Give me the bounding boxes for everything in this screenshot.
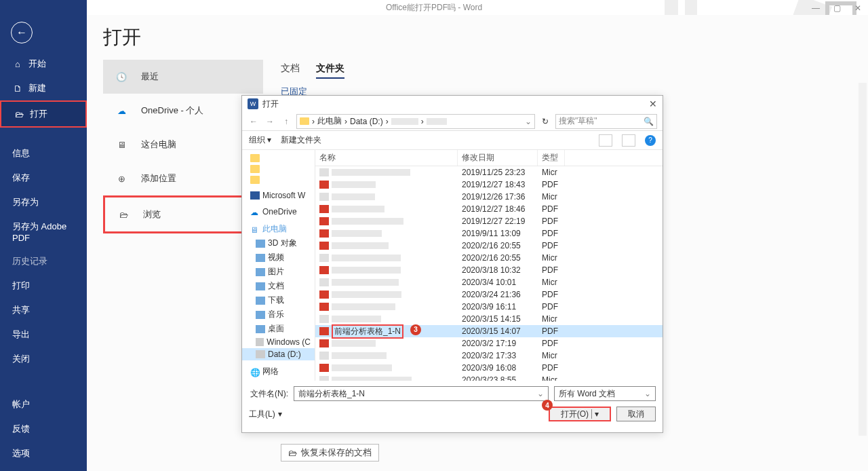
file-row[interactable]: 2020/3/24 21:36PDF	[315, 288, 663, 301]
folder-tree[interactable]: Microsoft W ☁OneDrive 🖥此电脑 3D 对象 视频 图片 文…	[242, 150, 315, 381]
file-row[interactable]: 2020/3/2 17:33Micr	[315, 350, 663, 362]
new-icon: 🗋	[12, 83, 23, 94]
doc-icon	[319, 278, 329, 286]
sidebar-open[interactable]: 🗁打开 1	[0, 100, 87, 128]
plus-icon: ⊕	[113, 170, 130, 187]
tabs: 文档 文件夹	[281, 60, 860, 79]
place-add[interactable]: ⊕添加位置	[103, 162, 263, 195]
cancel-button[interactable]: 取消	[616, 407, 656, 421]
file-row[interactable]: 2020/2/16 20:55Micr	[315, 252, 663, 264]
sidebar-export[interactable]: 导出	[0, 322, 87, 347]
dialog-footer: 文件名(N): 前端分析表格_1-N⌄ 所有 Word 文档⌄ 工具(L)▾ 4…	[242, 381, 663, 427]
file-row[interactable]: 2019/9/11 13:09PDF	[315, 227, 663, 240]
breadcrumb[interactable]: ›此电脑 ›Data (D:) › › ⌄	[296, 114, 535, 129]
place-onedrive[interactable]: ☁OneDrive - 个人	[103, 94, 263, 128]
close-icon[interactable]: ✕	[854, 3, 861, 13]
sidebar-history[interactable]: 历史记录	[0, 249, 87, 274]
dialog-close-button[interactable]: ✕	[649, 98, 657, 109]
tab-folders[interactable]: 文件夹	[316, 60, 344, 79]
new-folder-button[interactable]: 新建文件夹	[281, 134, 321, 146]
recover-button[interactable]: 🗁恢复未保存的文档	[281, 444, 379, 461]
nav-forward-icon[interactable]: →	[264, 117, 276, 126]
search-icon: 🔍	[644, 117, 654, 126]
home-icon: ⌂	[12, 58, 23, 69]
title-bar: Office能打开PDF吗 - Word — ▢ ✕	[0, 0, 868, 15]
file-row[interactable]: 2019/12/27 18:46PDF	[315, 203, 663, 215]
file-filter-combo[interactable]: 所有 Word 文档⌄	[554, 386, 656, 401]
file-list-header[interactable]: 名称 修改日期 类型	[315, 150, 663, 166]
sidebar-account[interactable]: 帐户	[0, 392, 87, 417]
sidebar-save-as[interactable]: 另存为	[0, 190, 87, 214]
sidebar-info[interactable]: 信息	[0, 141, 87, 166]
file-row[interactable]: 2020/3/23 8:55Micr	[315, 374, 663, 381]
file-row[interactable]: 2020/3/9 16:08PDF	[315, 362, 663, 374]
computer-icon: 🖥	[113, 136, 130, 153]
filename-input[interactable]: 前端分析表格_1-N⌄	[294, 386, 549, 401]
refresh-icon[interactable]: ↻	[539, 117, 551, 126]
dialog-title-bar: W 打开 ✕	[242, 96, 663, 112]
open-button[interactable]: 打开(O)▾	[549, 407, 611, 421]
file-open-dialog: W 打开 ✕ ← → ↑ ›此电脑 ›Data (D:) › › ⌄ ↻ 搜索"…	[241, 95, 663, 433]
sidebar-close[interactable]: 关闭	[0, 347, 87, 371]
sidebar-start[interactable]: ⌂开始	[0, 52, 87, 76]
file-row[interactable]: 2020/3/2 17:19PDF	[315, 337, 663, 350]
file-row[interactable]: 2020/2/16 20:55PDF	[315, 240, 663, 252]
scrollbar[interactable]	[859, 83, 867, 436]
doc-icon	[319, 352, 329, 360]
pdf-icon	[319, 327, 329, 335]
back-button[interactable]: ←	[11, 22, 33, 43]
filename-label: 文件名(N):	[249, 388, 288, 400]
view-mode-button[interactable]	[599, 134, 612, 147]
doc-icon	[319, 376, 329, 381]
clock-icon: 🕓	[113, 68, 130, 86]
pdf-icon	[319, 290, 329, 299]
place-browse[interactable]: 🗁浏览 2	[103, 195, 263, 233]
sidebar-save-adobe[interactable]: 另存为 Adobe PDF	[0, 214, 87, 249]
file-row[interactable]: 2019/12/27 18:43PDF	[315, 178, 663, 191]
preview-pane-button[interactable]	[622, 134, 635, 147]
file-row[interactable]: 2019/12/27 22:19PDF	[315, 215, 663, 227]
file-row[interactable]: 前端分析表格_1-N32020/3/15 14:07PDF	[315, 325, 663, 337]
nav-back-icon[interactable]: ←	[248, 117, 260, 126]
sidebar-options[interactable]: 选项	[0, 441, 87, 466]
pdf-icon	[319, 339, 329, 347]
search-input[interactable]: 搜索"草稿" 🔍	[555, 114, 657, 129]
doc-icon	[319, 168, 329, 176]
sidebar-feedback[interactable]: 反馈	[0, 417, 87, 441]
doc-icon	[319, 254, 329, 262]
file-row[interactable]: 2020/3/9 16:11PDF	[315, 301, 663, 313]
file-row[interactable]: 2020/3/18 10:32PDF	[315, 264, 663, 276]
folder-open-icon: 🗁	[14, 109, 24, 119]
pdf-icon	[319, 181, 329, 189]
file-list[interactable]: 名称 修改日期 类型 2019/11/25 23:23Micr2019/12/2…	[315, 150, 663, 381]
sidebar-share[interactable]: 共享	[0, 298, 87, 322]
callout-4: 4	[542, 400, 553, 411]
place-recent[interactable]: 🕓最近	[103, 60, 263, 94]
file-row[interactable]: 2020/3/15 14:15Micr	[315, 313, 663, 325]
sidebar-save[interactable]: 保存	[0, 166, 87, 190]
pdf-icon	[319, 364, 329, 372]
pdf-icon	[319, 205, 329, 213]
folder-icon: 🗁	[115, 206, 132, 223]
app-title: Office能打开PDF吗 - Word	[386, 2, 482, 14]
help-icon[interactable]: ?	[645, 135, 656, 146]
sidebar-print[interactable]: 打印	[0, 274, 87, 298]
organize-button[interactable]: 组织 ▾	[249, 134, 271, 146]
file-row[interactable]: 2019/12/26 17:36Micr	[315, 191, 663, 203]
sidebar-new[interactable]: 🗋新建	[0, 76, 87, 100]
place-this-pc[interactable]: 🖥这台电脑	[103, 128, 263, 162]
file-row[interactable]: 2019/11/25 23:23Micr	[315, 166, 663, 178]
tools-menu[interactable]: 工具(L)▾	[249, 409, 282, 420]
pdf-icon	[319, 217, 329, 225]
file-row[interactable]: 2020/3/4 10:01Micr	[315, 276, 663, 288]
word-icon: W	[248, 98, 258, 109]
nav-up-icon[interactable]: ↑	[280, 117, 292, 126]
maximize-icon[interactable]: ▢	[833, 3, 841, 13]
tab-documents[interactable]: 文档	[281, 60, 300, 79]
pdf-icon	[319, 303, 329, 311]
page-title: 打开	[103, 24, 868, 50]
folder-icon	[300, 117, 309, 125]
dialog-toolbar: 组织 ▾ 新建文件夹 ?	[242, 131, 663, 150]
minimize-icon[interactable]: —	[812, 3, 820, 13]
folder-icon: 🗁	[288, 448, 297, 458]
